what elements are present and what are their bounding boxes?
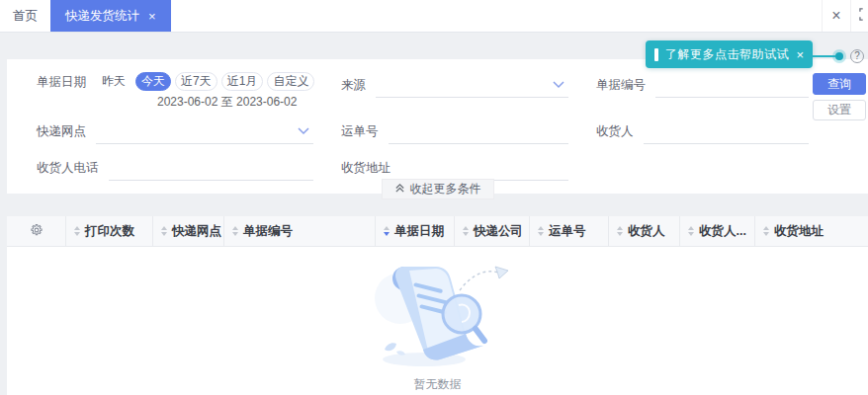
date-option[interactable]: 近1月 (221, 72, 264, 91)
column-header[interactable]: 收货人 (609, 216, 680, 246)
date-option[interactable]: 自定义 (267, 72, 314, 91)
sort-carets-icon[interactable] (384, 226, 390, 236)
doc-no-label: 单据编号 (596, 77, 646, 94)
source-label: 来源 (341, 77, 366, 94)
column-label: 单据编号 (243, 223, 293, 240)
tooltip-text: 了解更多点击帮助试试 (665, 46, 789, 63)
column-label: 运单号 (549, 223, 586, 240)
address-label: 收货地址 (341, 160, 391, 177)
column-label: 快递网点 (172, 223, 221, 240)
empty-illustration (363, 255, 513, 371)
date-option[interactable]: 今天 (135, 72, 171, 91)
double-chevron-up-icon (394, 183, 405, 197)
doc-date-label: 单据日期 (37, 72, 86, 93)
collapse-conditions-button[interactable]: 收起更多条件 (382, 179, 494, 199)
filter-tracking-no: 运单号 (341, 118, 568, 145)
column-label: 收货地址 (774, 223, 824, 240)
tracking-label: 运单号 (341, 123, 379, 140)
query-button[interactable]: 查询 (813, 73, 866, 95)
sort-carets-icon[interactable] (688, 226, 694, 236)
filter-doc-date: 单据日期 昨天今天近7天近1月自定义 2023-06-02 至 2023-06-… (37, 72, 313, 118)
filter-consignee-phone: 收货人电话 (37, 155, 313, 182)
sort-carets-icon[interactable] (232, 226, 238, 236)
fullscreen-button[interactable] (850, 0, 868, 32)
tracking-no-input[interactable] (389, 120, 569, 144)
date-quick-options: 昨天今天近7天近1月自定义 (96, 72, 314, 91)
filter-panel: 单据日期 昨天今天近7天近1月自定义 2023-06-02 至 2023-06-… (7, 59, 868, 194)
filter-consignee: 收货人 (596, 118, 809, 145)
column-header[interactable]: 运单号 (530, 216, 609, 246)
column-header[interactable]: 打印次数 (66, 216, 153, 246)
sort-carets-icon[interactable] (617, 226, 623, 236)
fullscreen-icon (859, 7, 868, 25)
filter-source: 来源 (341, 72, 568, 99)
consignee-label: 收货人 (596, 123, 634, 140)
gear-icon (30, 223, 43, 240)
tab-label: 快递发货统计 (65, 8, 139, 25)
column-label: 收货人 (628, 223, 665, 240)
column-label: 打印次数 (85, 223, 134, 240)
outlet-label: 快递网点 (37, 123, 86, 140)
column-settings-button[interactable] (7, 216, 66, 246)
help-tooltip: 了解更多点击帮助试试 × (646, 40, 813, 68)
sort-carets-icon[interactable] (538, 226, 544, 236)
column-header[interactable]: 单据编号 (224, 216, 376, 246)
help-icon[interactable]: ? (850, 49, 864, 63)
tabbar-actions: × (822, 0, 868, 32)
doc-no-input[interactable] (655, 74, 809, 98)
phone-label: 收货人电话 (37, 160, 99, 177)
close-all-tabs-button[interactable]: × (822, 0, 850, 32)
sort-carets-icon[interactable] (763, 226, 769, 236)
date-option[interactable]: 昨天 (96, 72, 131, 91)
column-header[interactable]: 单据日期 (376, 216, 455, 246)
consignee-input[interactable] (644, 120, 810, 144)
tab-close-icon[interactable]: × (148, 10, 156, 23)
tab-home[interactable]: 首页 (0, 0, 50, 32)
date-option[interactable]: 近7天 (175, 72, 217, 91)
date-range-value[interactable]: 2023-06-02 至 2023-06-02 (157, 94, 314, 111)
outlet-select[interactable] (96, 120, 313, 144)
page-content: 单据日期 昨天今天近7天近1月自定义 2023-06-02 至 2023-06-… (0, 33, 868, 395)
column-header[interactable]: 收货人... (680, 216, 755, 246)
close-icon: × (831, 7, 840, 25)
column-label: 快递公司 (474, 223, 523, 240)
filter-address: 收货地址 (341, 155, 568, 182)
doc-date-controls: 昨天今天近7天近1月自定义 2023-06-02 至 2023-06-02 (96, 72, 314, 111)
empty-text: 暂无数据 (414, 376, 462, 393)
table-header-row: 打印次数快递网点单据编号单据日期快递公司运单号收货人收货人...收货地址 (7, 216, 868, 247)
collapse-label: 收起更多条件 (410, 181, 481, 198)
settings-button[interactable]: 设置 (813, 100, 866, 120)
tab-express-stats[interactable]: 快递发货统计 × (50, 0, 171, 32)
column-label: 单据日期 (394, 223, 444, 240)
address-input[interactable] (400, 157, 568, 181)
sort-carets-icon[interactable] (161, 226, 167, 236)
column-header[interactable]: 收货地址 (755, 216, 868, 246)
column-header[interactable]: 快递公司 (455, 216, 530, 246)
column-header[interactable]: 快递网点 (153, 216, 224, 246)
filter-outlet: 快递网点 (37, 118, 313, 145)
help-beacon-dot[interactable] (832, 49, 846, 63)
sort-carets-icon[interactable] (463, 226, 469, 236)
source-select[interactable] (376, 74, 568, 98)
tab-bar: 首页 快递发货统计 × × (0, 0, 868, 33)
filter-grid: 单据日期 昨天今天近7天近1月自定义 2023-06-02 至 2023-06-… (37, 72, 730, 191)
filter-doc-no: 单据编号 (596, 72, 809, 99)
column-label: 收货人... (699, 223, 746, 240)
sort-carets-icon[interactable] (74, 226, 80, 236)
consignee-phone-input[interactable] (109, 157, 314, 181)
tooltip-close-icon[interactable]: × (796, 47, 804, 62)
table-panel: 打印次数快递网点单据编号单据日期快递公司运单号收货人收货人...收货地址 (7, 216, 868, 395)
empty-state: 暂无数据 (7, 247, 868, 393)
tooltip-bar-icon (654, 48, 658, 61)
